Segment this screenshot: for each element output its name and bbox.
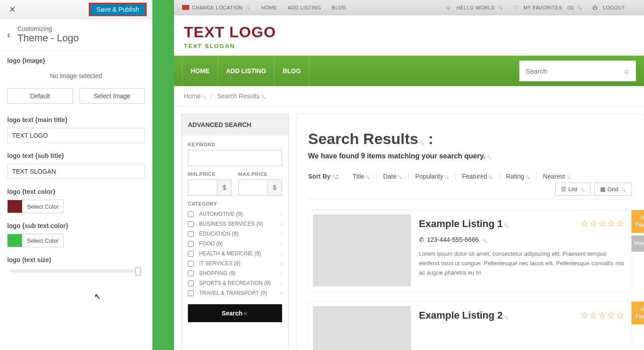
- sub-title-input[interactable]: [7, 164, 145, 179]
- max-price-input[interactable]: [238, 179, 268, 196]
- more-info-button[interactable]: More Info: [631, 236, 644, 252]
- chevron-right-icon: ›: [281, 212, 282, 217]
- breadcrumb-current: Search Results: [217, 92, 265, 100]
- logout-link[interactable]: ⏻ LOGOUT: [592, 5, 625, 10]
- rating-stars[interactable]: ☆☆☆☆☆: [580, 218, 625, 229]
- category-checkbox[interactable]: [188, 211, 194, 217]
- category-label: TRAVEL & TRANSPORT (9): [199, 290, 267, 296]
- sort-option[interactable]: Popularity: [409, 173, 456, 180]
- search-icon[interactable]: ⌕: [624, 66, 629, 76]
- grid-view-button[interactable]: ▦Grid: [594, 183, 632, 196]
- select-sub-text-color-button[interactable]: Select Color: [22, 234, 64, 247]
- category-item[interactable]: AUTOMOTIVE (9)›: [188, 209, 282, 219]
- chevron-right-icon: ›: [281, 261, 282, 266]
- breadcrumb-sep: /: [211, 92, 213, 100]
- text-color-swatch[interactable]: [7, 200, 22, 213]
- category-checkbox[interactable]: [188, 231, 194, 237]
- listing-row: ☆☆☆☆☆Example Listing 2Add Favorite: [308, 301, 632, 350]
- nav-add-listing[interactable]: ADD LISTING: [218, 56, 274, 86]
- category-checkbox[interactable]: [188, 290, 194, 296]
- keyword-label: KEYWORD: [188, 142, 282, 147]
- category-checkbox[interactable]: [188, 241, 194, 247]
- main-title-label: logo text {main title}: [7, 116, 145, 123]
- nav-home[interactable]: HOME: [182, 56, 218, 86]
- add-favorite-button[interactable]: Add Favorite: [631, 210, 644, 233]
- back-button[interactable]: ‹: [7, 30, 10, 40]
- keyword-input[interactable]: [188, 150, 282, 166]
- change-location-link[interactable]: CHANGE LOCATION: [192, 5, 251, 10]
- top-utility-bar: CHANGE LOCATION HOME ADD LISTING BLOG ☺ …: [174, 0, 644, 15]
- category-item[interactable]: SHOPPING (9)›: [188, 268, 282, 278]
- power-icon: ⏻: [592, 5, 598, 10]
- logo-image-label: logo {image}: [7, 57, 145, 64]
- category-item[interactable]: BUSINESS SERVICES (9)›: [188, 219, 282, 229]
- default-button[interactable]: Default: [7, 88, 73, 104]
- category-item[interactable]: IT SERVICES (9)›: [188, 258, 282, 268]
- category-label: AUTOMOTIVE (9): [199, 211, 243, 217]
- category-item[interactable]: EDUCATION (9)›: [188, 229, 282, 239]
- min-currency: $: [218, 179, 232, 196]
- sort-option[interactable]: Date: [377, 173, 409, 180]
- brand-logo-text: TEXT LOGO: [184, 23, 634, 41]
- text-size-slider[interactable]: [11, 270, 141, 272]
- category-item[interactable]: SPORTS & RECREATION (9)›: [188, 278, 282, 288]
- topbar-add-listing-link[interactable]: ADD LISTING: [288, 5, 322, 10]
- brand-area: TEXT LOGO TEXT SLOGAN: [174, 15, 644, 56]
- sort-option[interactable]: Rating: [500, 173, 536, 180]
- topbar-home-link[interactable]: HOME: [261, 5, 277, 10]
- nav-search-input[interactable]: [526, 67, 624, 75]
- category-item[interactable]: TRAVEL & TRANSPORT (9)›: [188, 288, 282, 298]
- category-label: HEALTH & MEDICINE (9): [199, 250, 261, 257]
- smile-icon: ☺: [446, 5, 452, 10]
- category-list: AUTOMOTIVE (9)›BUSINESS SERVICES (9)›EDU…: [188, 209, 282, 298]
- add-favorite-button[interactable]: Add Favorite: [631, 302, 644, 324]
- breadcrumb: Home / Search Results: [174, 86, 644, 106]
- category-checkbox[interactable]: [188, 251, 194, 257]
- chevron-right-icon: ›: [281, 251, 282, 256]
- category-item[interactable]: HEALTH & MEDICINE (9)›: [188, 249, 282, 258]
- section-titles: Customizing Theme - Logo: [17, 25, 79, 44]
- sub-text-color-label: logo {sub text color}: [7, 222, 145, 229]
- advanced-search-button[interactable]: Search: [188, 304, 282, 322]
- results-colon: :: [424, 130, 434, 147]
- close-customizer-button[interactable]: ✕: [5, 4, 19, 14]
- rating-stars[interactable]: ☆☆☆☆☆: [580, 310, 625, 320]
- category-label: EDUCATION (9): [199, 231, 239, 237]
- category-checkbox[interactable]: [188, 261, 194, 267]
- preview-edge: [152, 0, 174, 350]
- chevron-right-icon: ›: [281, 232, 282, 236]
- listing-phone: ✆123-444-555-6666: [419, 236, 625, 243]
- category-label: IT SERVICES (9): [199, 260, 240, 267]
- hello-user-link[interactable]: ☺ HELLO WORLD: [446, 5, 503, 10]
- category-item[interactable]: FOOD (9)›: [188, 239, 282, 249]
- topbar-blog-link[interactable]: BLOG: [332, 5, 347, 10]
- category-checkbox[interactable]: [188, 280, 194, 286]
- sub-title-label: logo text {sub title}: [7, 152, 145, 159]
- breadcrumb-home[interactable]: Home: [184, 92, 206, 100]
- section-name: Theme - Logo: [17, 32, 79, 44]
- nav-blog[interactable]: BLOG: [274, 56, 309, 86]
- chevron-right-icon: ›: [281, 222, 282, 227]
- chevron-right-icon: ›: [281, 271, 282, 276]
- favorites-link[interactable]: ♡ MY FAVORITES (0): [513, 4, 582, 10]
- main-title-input[interactable]: [7, 128, 145, 143]
- select-image-button[interactable]: Select Image: [79, 88, 145, 104]
- advanced-search-panel: ADVANCED SEARCH KEYWORD MIN.PRICE $: [181, 114, 289, 350]
- sort-option[interactable]: Title: [346, 173, 377, 180]
- slider-handle[interactable]: [135, 267, 141, 276]
- select-text-color-button[interactable]: Select Color: [22, 200, 64, 213]
- min-price-input[interactable]: [188, 179, 218, 196]
- category-checkbox[interactable]: [188, 221, 194, 227]
- max-price-label: MAX.PRICE: [238, 171, 282, 177]
- list-view-button[interactable]: ☰List: [555, 183, 591, 196]
- sort-option[interactable]: Nearest: [537, 173, 577, 180]
- list-icon: ☰: [561, 186, 566, 192]
- text-size-label: logo (text size): [7, 256, 145, 263]
- sub-text-color-swatch[interactable]: [7, 234, 22, 247]
- category-label: FOOD (9): [199, 241, 223, 247]
- phone-icon: ✆: [419, 236, 424, 243]
- save-publish-button[interactable]: Save & Publish: [89, 3, 147, 16]
- category-checkbox[interactable]: [188, 271, 194, 276]
- sort-option[interactable]: Featured: [456, 173, 500, 180]
- results-panel: Search Results : We have found 9 items m…: [296, 114, 644, 350]
